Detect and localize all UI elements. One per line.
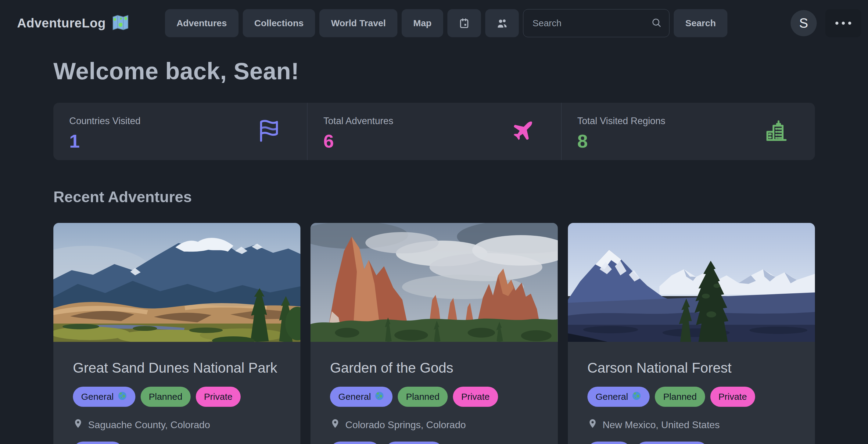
tag-row: walking exploring (330, 442, 538, 444)
search-input[interactable] (523, 9, 670, 37)
location-text: Saguache County, Colorado (88, 419, 210, 431)
location-text: New Mexico, United States (603, 419, 720, 431)
adventure-image[interactable] (310, 223, 558, 342)
adventure-image[interactable] (568, 223, 815, 342)
nav-adventures-button[interactable]: Adventures (165, 9, 239, 37)
location-text: Colorado Springs, Colorado (345, 419, 466, 431)
location-row: New Mexico, United States (587, 417, 796, 433)
badge-planned: Planned (398, 387, 448, 407)
map-pin-icon (330, 417, 340, 433)
badge-planned: Planned (655, 387, 705, 407)
adventure-card-body: Garden of the Gods General Planned Priva… (310, 342, 558, 444)
search-field-wrap (523, 9, 670, 37)
map-pin-icon (587, 417, 598, 433)
adventure-image[interactable] (53, 223, 301, 342)
adventure-card-carson-national-forest: Carson National Forest General Planned P… (568, 223, 815, 444)
nav-map-button[interactable]: Map (402, 9, 443, 37)
activity-tag: backpacking (636, 442, 708, 444)
calendar-icon (458, 18, 470, 29)
more-menu-button[interactable] (825, 9, 861, 37)
plane-icon (510, 119, 535, 144)
badge-private: Private (453, 387, 498, 407)
activity-tag: hiking (587, 442, 631, 444)
globe-icon (117, 391, 127, 403)
badge-row: General Planned Private (587, 387, 796, 407)
map-emoji-icon (112, 14, 129, 32)
nav-collections-button[interactable]: Collections (243, 9, 315, 37)
stats-panel: Countries Visited 1 Total Adventures 6 T… (53, 103, 815, 160)
app-logo[interactable]: AdventureLog (17, 14, 129, 32)
navbar: AdventureLog Adventures Collections Worl… (0, 0, 868, 46)
globe-icon (374, 391, 384, 403)
adventure-card-garden-of-the-gods: Garden of the Gods General Planned Priva… (310, 223, 558, 444)
badge-general: General (587, 387, 650, 407)
stat-countries-visited: Countries Visited 1 (53, 103, 307, 160)
badge-planned: Planned (141, 387, 191, 407)
city-icon (764, 119, 789, 144)
users-icon (496, 18, 508, 29)
stat-total-visited-regions: Total Visited Regions 8 (561, 103, 815, 160)
app-title: AdventureLog (17, 16, 106, 31)
tag-row: hiking backpacking (587, 442, 796, 444)
avatar-initial: S (799, 15, 808, 31)
calendar-button[interactable] (447, 9, 481, 37)
badge-private: Private (196, 387, 241, 407)
location-row: Colorado Springs, Colorado (330, 417, 538, 433)
navbar-right: S (790, 9, 861, 37)
badge-row: General Planned Private (330, 387, 538, 407)
badge-general: General (73, 387, 135, 407)
badge-row: General Planned Private (73, 387, 281, 407)
search-button[interactable]: Search (674, 9, 727, 37)
badge-private: Private (710, 387, 755, 407)
adventure-title[interactable]: Carson National Forest (587, 358, 796, 378)
avatar[interactable]: S (790, 10, 817, 36)
ellipsis-icon (835, 22, 851, 25)
adventure-card-body: Great Sand Dunes National Park General P… (53, 342, 301, 444)
location-row: Saguache County, Colorado (73, 417, 281, 433)
badge-general: General (330, 387, 393, 407)
stat-total-adventures: Total Adventures 6 (307, 103, 561, 160)
activity-tag: exploring (385, 442, 443, 444)
nav-menu: Adventures Collections World Travel Map (165, 9, 727, 37)
welcome-heading: Welcome back, Sean! (53, 57, 815, 85)
activity-tag: walking (73, 442, 123, 444)
recent-adventures-heading: Recent Adventures (53, 188, 815, 206)
map-pin-icon (73, 417, 83, 433)
main-content: Welcome back, Sean! Countries Visited 1 … (0, 57, 868, 444)
adventure-card-body: Carson National Forest General Planned P… (568, 342, 815, 444)
tag-row: walking (73, 442, 281, 444)
recent-adventures-grid: Great Sand Dunes National Park General P… (53, 223, 815, 444)
users-button[interactable] (485, 9, 519, 37)
flag-icon (257, 119, 281, 144)
nav-world-travel-button[interactable]: World Travel (319, 9, 397, 37)
activity-tag: walking (330, 442, 380, 444)
globe-icon (632, 391, 641, 403)
adventure-title[interactable]: Garden of the Gods (330, 358, 538, 378)
adventure-title[interactable]: Great Sand Dunes National Park (73, 358, 281, 378)
adventure-card-great-sand-dunes: Great Sand Dunes National Park General P… (53, 223, 301, 444)
